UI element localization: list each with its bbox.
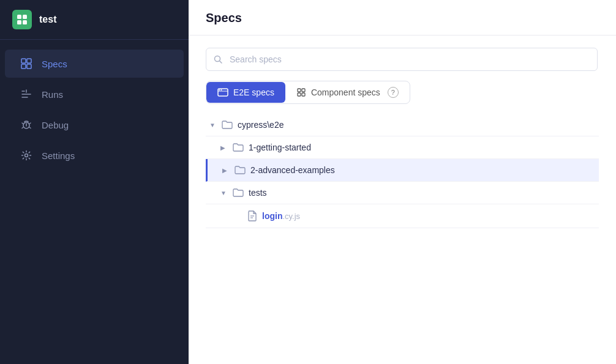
folder-icon [235,165,246,175]
svg-point-18 [25,154,28,157]
svg-rect-2 [17,20,21,24]
tree-item-advanced-examples-label: 2-advanced-examples [250,165,335,175]
search-input[interactable] [206,48,598,71]
svg-rect-3 [23,20,27,24]
svg-line-17 [29,127,31,128]
sidebar-item-debug-label: Debug [42,120,69,130]
main-header: Specs [189,0,616,35]
sidebar-nav: Specs Runs [0,40,189,179]
tab-component-specs[interactable]: Component specs ? [285,81,410,103]
component-specs-help-icon[interactable]: ? [388,87,399,98]
tree-item-cypress-e2e-label: cypress\e2e [238,120,284,130]
main-body: E2E specs Component specs ? ▼ [189,35,616,240]
folder-icon [222,120,233,130]
folder-icon [233,188,244,198]
svg-point-24 [221,89,222,91]
main-content: Specs E2E specs [189,0,616,364]
page-title: Specs [206,11,599,25]
tree-item-tests-label: tests [249,188,267,198]
settings-icon [20,149,33,162]
svg-rect-0 [17,15,21,19]
sidebar-item-settings-label: Settings [42,150,75,161]
sidebar-item-specs-label: Specs [42,59,67,69]
sidebar: test Specs [0,0,189,364]
app-title: test [39,14,56,25]
chevron-right-icon: ▶ [220,144,228,151]
chevron-down-icon: ▼ [220,190,228,196]
svg-rect-5 [27,59,31,63]
tree-item-login-label: login.cy.js [262,211,300,221]
spec-type-tabs: E2E specs Component specs ? [206,81,410,104]
tree-item-getting-started-label: 1-getting-started [249,143,311,152]
svg-rect-6 [21,64,26,69]
chevron-down-icon: ▼ [209,122,217,128]
app-logo [12,10,32,29]
svg-rect-1 [23,15,27,19]
sidebar-item-runs[interactable]: Runs [5,80,184,108]
file-tree: ▼ cypress\e2e ▶ 1-getting-started [206,114,599,228]
svg-line-14 [22,123,23,124]
tree-item-getting-started[interactable]: ▶ 1-getting-started [206,136,599,159]
svg-rect-28 [302,93,305,96]
svg-line-16 [22,127,23,128]
tree-item-advanced-examples[interactable]: ▶ 2-advanced-examples [206,159,599,182]
search-icon [213,54,223,64]
tab-e2e-specs[interactable]: E2E specs [206,82,285,103]
runs-icon [20,87,33,101]
chevron-right-icon: ▶ [222,167,230,174]
tree-item-tests[interactable]: ▼ tests [206,182,599,204]
tree-item-login-cy[interactable]: ▶ login.cy.js [206,204,599,228]
sidebar-item-debug[interactable]: Debug [5,111,184,139]
sidebar-item-runs-label: Runs [42,89,63,100]
svg-line-20 [220,61,222,64]
file-icon [247,210,257,221]
svg-point-23 [219,89,220,91]
specs-icon [20,57,33,70]
sidebar-header: test [0,0,189,40]
tab-component-specs-label: Component specs [311,87,380,97]
svg-rect-4 [21,59,26,63]
svg-line-15 [29,123,31,124]
svg-rect-25 [298,89,301,92]
sidebar-item-specs[interactable]: Specs [5,50,184,78]
sidebar-item-settings[interactable]: Settings [5,141,184,169]
debug-icon [20,118,33,132]
svg-rect-26 [302,89,305,92]
tree-item-cypress-e2e[interactable]: ▼ cypress\e2e [206,114,599,136]
tab-e2e-specs-label: E2E specs [233,87,274,97]
search-container [206,48,598,71]
folder-icon [233,143,244,152]
svg-rect-7 [27,64,31,69]
svg-rect-27 [298,93,301,96]
